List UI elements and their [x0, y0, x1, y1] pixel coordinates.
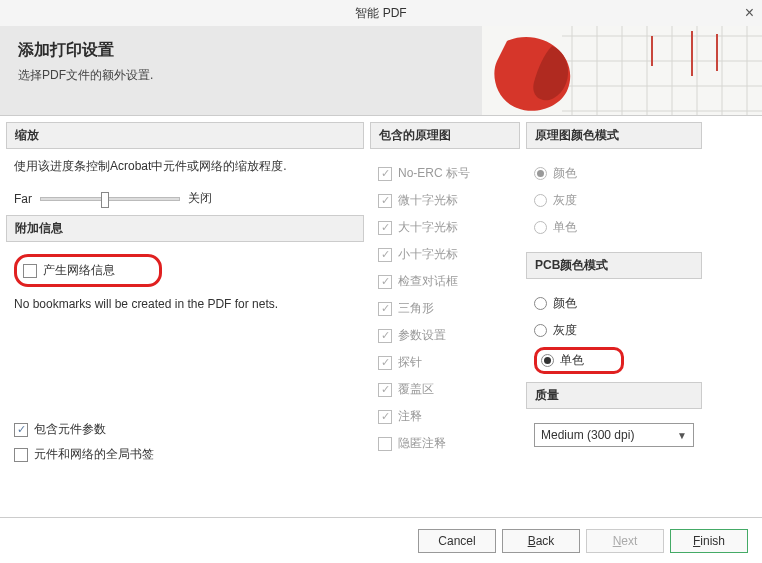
pcb-color-label: 颜色: [553, 295, 577, 312]
pcb-gray-radio[interactable]: [534, 324, 547, 337]
pcb-colors-heading: PCB颜色模式: [526, 252, 702, 279]
inc-thin-cross-label: 微十字光标: [398, 192, 458, 209]
pcb-mono-highlight: 单色: [534, 347, 624, 374]
header-subtitle: 选择PDF文件的额外设置.: [18, 67, 153, 84]
pcb-mono-label: 单色: [560, 352, 584, 369]
dialog-header: 添加打印设置 选择PDF文件的额外设置.: [0, 26, 762, 116]
inc-noerc-checkbox: [378, 167, 392, 181]
addl-heading: 附加信息: [6, 215, 364, 242]
inc-large-cross-checkbox: [378, 221, 392, 235]
dialog-footer: Cancel Back Next Finish: [0, 517, 762, 563]
sch-mono-radio: [534, 221, 547, 234]
inc-notes-checkbox: [378, 410, 392, 424]
titlebar: 智能 PDF ×: [0, 0, 762, 26]
sch-mono-label: 单色: [553, 219, 577, 236]
zoom-slider[interactable]: [40, 197, 180, 201]
svg-rect-0: [482, 26, 762, 116]
inc-collapsed-notes-checkbox: [378, 437, 392, 451]
pcb-gray-label: 灰度: [553, 322, 577, 339]
inc-triangle-checkbox: [378, 302, 392, 316]
inc-triangle-label: 三角形: [398, 300, 434, 317]
include-params-checkbox[interactable]: [14, 423, 28, 437]
inc-blankets-checkbox: [378, 383, 392, 397]
gen-nets-checkbox[interactable]: [23, 264, 37, 278]
inc-small-cross-label: 小十字光标: [398, 246, 458, 263]
quality-dropdown[interactable]: Medium (300 dpi) ▼: [534, 423, 694, 447]
global-bookmarks-label: 元件和网络的全局书签: [34, 446, 154, 463]
quality-value: Medium (300 dpi): [541, 428, 634, 442]
sch-color-label: 颜色: [553, 165, 577, 182]
zoom-slider-thumb[interactable]: [101, 192, 109, 208]
pcb-color-radio[interactable]: [534, 297, 547, 310]
cancel-button[interactable]: Cancel: [418, 529, 496, 553]
inc-noerc-label: No-ERC 标号: [398, 165, 470, 182]
header-title: 添加打印设置: [18, 40, 153, 61]
back-button[interactable]: Back: [502, 529, 580, 553]
inc-probes-checkbox: [378, 356, 392, 370]
zoom-desc: 使用该进度条控制Acrobat中元件或网络的缩放程度.: [14, 157, 356, 176]
finish-button[interactable]: Finish: [670, 529, 748, 553]
zoom-close-label: 关闭: [188, 190, 212, 207]
sch-colors-heading: 原理图颜色模式: [526, 122, 702, 149]
global-bookmarks-checkbox[interactable]: [14, 448, 28, 462]
inc-collapsed-notes-label: 隐匿注释: [398, 435, 446, 452]
pcb-mono-radio[interactable]: [541, 354, 554, 367]
quality-heading: 质量: [526, 382, 702, 409]
sch-gray-radio: [534, 194, 547, 207]
inc-thin-cross-checkbox: [378, 194, 392, 208]
window-title: 智能 PDF: [355, 6, 406, 20]
include-heading: 包含的原理图: [370, 122, 520, 149]
header-graphic-icon: [482, 26, 762, 116]
sch-color-radio: [534, 167, 547, 180]
inc-checkbox-checkbox: [378, 275, 392, 289]
inc-params-checkbox: [378, 329, 392, 343]
inc-notes-label: 注释: [398, 408, 422, 425]
inc-blankets-label: 覆盖区: [398, 381, 434, 398]
sch-gray-label: 灰度: [553, 192, 577, 209]
gen-nets-note: No bookmarks will be created in the PDF …: [14, 297, 356, 311]
zoom-heading: 缩放: [6, 122, 364, 149]
include-params-label: 包含元件参数: [34, 421, 106, 438]
gen-nets-highlight: 产生网络信息: [14, 254, 162, 287]
gen-nets-label: 产生网络信息: [43, 262, 115, 279]
chevron-down-icon: ▼: [677, 430, 687, 441]
next-button: Next: [586, 529, 664, 553]
inc-probes-label: 探针: [398, 354, 422, 371]
inc-small-cross-checkbox: [378, 248, 392, 262]
inc-large-cross-label: 大十字光标: [398, 219, 458, 236]
zoom-far-label: Far: [14, 192, 32, 206]
close-icon[interactable]: ×: [745, 0, 754, 26]
inc-params-label: 参数设置: [398, 327, 446, 344]
inc-checkbox-label: 检查对话框: [398, 273, 458, 290]
